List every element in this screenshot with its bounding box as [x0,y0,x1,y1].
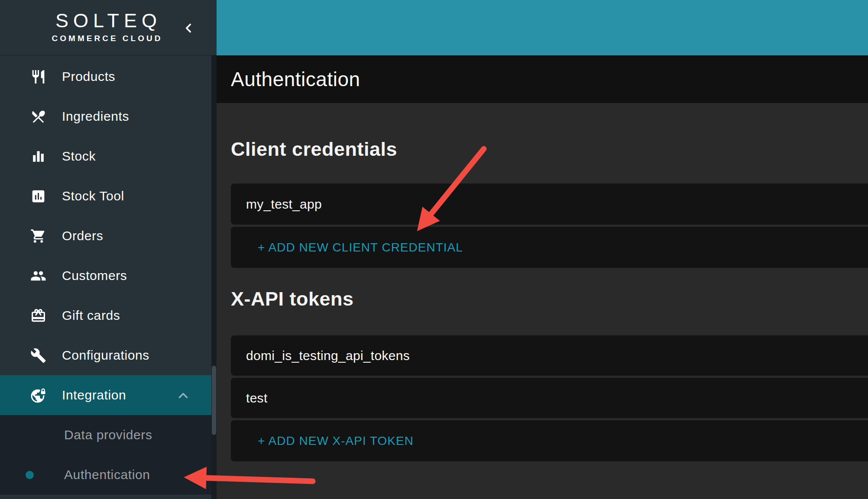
sidebar-item-label: Gift cards [62,308,120,323]
sidebar-item-gift-cards[interactable]: Gift cards [0,296,211,335]
sidebar-scrollbar-thumb[interactable] [212,366,216,435]
assessment-icon [30,188,46,204]
sidebar-item-label: Products [62,69,115,84]
globe-lock-icon [30,387,46,403]
integration-submenu: Data providers Authentication [0,415,211,495]
chevron-up-icon[interactable] [176,388,191,403]
brand-name: SOLTEQ [39,10,173,32]
shopping-cart-icon [30,228,46,244]
top-appbar [217,0,868,55]
main-area: Authentication Client credentials my_tes… [217,0,868,499]
page-header: Authentication [217,55,868,103]
brand-logo: SOLTEQ COMMERCE CLOUD [39,10,173,44]
x-api-token-row[interactable]: test [231,378,868,418]
sidebar-collapse-button[interactable] [181,21,196,35]
sidebar-item-label: Orders [62,229,103,243]
sidebar-item-stock-tool[interactable]: Stock Tool [0,176,211,216]
section-title-client-credentials: Client credentials [231,138,397,161]
add-x-api-token-row[interactable]: + ADD NEW X-API TOKEN [231,420,868,461]
gift-card-icon [30,308,46,324]
sidebar-item-label: Customers [62,268,127,283]
group-icon [30,268,46,284]
sidebar-item-products[interactable]: Products [0,57,211,97]
page-title: Authentication [231,68,360,91]
sidebar-nav: Products Ingredients Stock Stock Tool [0,57,211,415]
sidebar-item-integration[interactable]: Integration [0,375,211,415]
sidebar-item-authentication[interactable]: Authentication [0,455,211,495]
sidebar-item-ingredients[interactable]: Ingredients [0,97,211,136]
subitem-label: Authentication [64,467,150,482]
sidebar-item-label: Stock [62,149,96,164]
restaurant-menu-icon [30,109,46,125]
sidebar-item-configurations[interactable]: Configurations [0,335,211,375]
logo-area: SOLTEQ COMMERCE CLOUD [0,0,217,55]
section-title-x-api-tokens: X-API tokens [231,287,354,311]
x-api-token-name: domi_is_testing_api_tokens [246,348,410,363]
client-credential-name: my_test_app [246,197,322,212]
x-api-token-name: test [246,391,268,406]
restaurant-icon [30,69,46,85]
add-new-x-api-token-link[interactable]: + ADD NEW X-API TOKEN [258,434,414,448]
chevron-left-icon [181,29,196,37]
sidebar-item-label: Integration [62,388,126,402]
sidebar-item-label: Configurations [62,348,149,363]
subitem-label: Data providers [64,428,152,442]
sidebar: SOLTEQ COMMERCE CLOUD Products Ingre [0,0,217,499]
app-window: SOLTEQ COMMERCE CLOUD Products Ingre [0,0,868,499]
sidebar-item-orders[interactable]: Orders [0,216,211,256]
x-api-token-row[interactable]: domi_is_testing_api_tokens [231,335,868,376]
sidebar-item-customers[interactable]: Customers [0,256,211,296]
add-new-client-credential-link[interactable]: + ADD NEW CLIENT CREDENTIAL [258,241,463,254]
wrench-icon [30,348,46,364]
sidebar-item-stock[interactable]: Stock [0,136,211,176]
add-client-credential-row[interactable]: + ADD NEW CLIENT CREDENTIAL [231,227,868,268]
sidebar-item-data-providers[interactable]: Data providers [0,415,211,455]
brand-subtitle: COMMERCE CLOUD [39,33,173,44]
bar-chart-icon [30,148,46,164]
active-bullet-icon [26,471,34,479]
client-credential-row[interactable]: my_test_app [231,184,868,225]
sidebar-item-label: Stock Tool [62,189,124,203]
sidebar-item-label: Ingredients [62,109,129,124]
